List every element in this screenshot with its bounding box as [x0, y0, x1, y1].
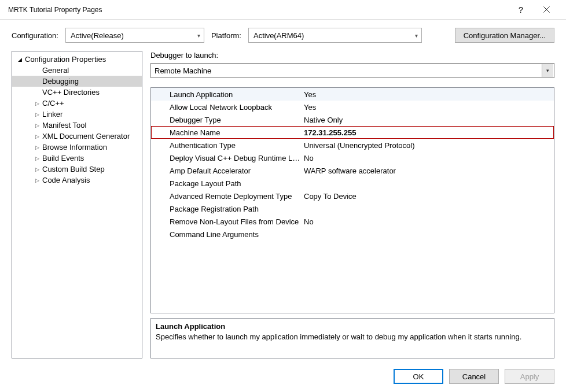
property-value[interactable]: Copy To Device [302, 192, 554, 201]
tree-item-label: Debugging [42, 77, 79, 86]
close-icon [543, 6, 550, 13]
tree-item-label: Code Analysis [42, 176, 90, 184]
tree-item-label: Linker [42, 110, 63, 119]
property-name: Launch Application [151, 90, 302, 99]
close-button[interactable] [534, 1, 559, 19]
tree-item-label: Custom Build Step [42, 165, 105, 173]
tree-panel[interactable]: Configuration Properties GeneralDebuggin… [12, 51, 142, 358]
configuration-manager-button[interactable]: Configuration Manager... [455, 28, 554, 43]
property-name: Remove Non-Layout Files from Device [151, 217, 302, 226]
titlebar: MRTK Tutorial Property Pages ? [0, 0, 566, 20]
chevron-down-icon: ▾ [197, 32, 200, 39]
tree-item-linker[interactable]: Linker [12, 109, 142, 120]
configuration-value: Active(Release) [71, 31, 124, 40]
caret-collapsed-icon[interactable] [33, 145, 41, 150]
property-value[interactable]: 172.31.255.255 [302, 128, 554, 137]
property-name: Debugger Type [151, 116, 302, 124]
caret-collapsed-icon[interactable] [33, 134, 41, 139]
property-row[interactable]: Allow Local Network LoopbackYes [151, 101, 554, 113]
debugger-to-launch-combo[interactable]: Remote Machine ▾ [150, 63, 554, 78]
tree-item-browse-information[interactable]: Browse Information [12, 142, 142, 153]
tree-item-debugging[interactable]: Debugging [12, 76, 142, 87]
tree-item-custom-build-step[interactable]: Custom Build Step [12, 164, 142, 175]
caret-open-icon[interactable] [16, 57, 24, 62]
property-value[interactable]: Yes [302, 90, 554, 99]
property-name: Command Line Arguments [151, 230, 302, 239]
property-value[interactable]: Universal (Unencrypted Protocol) [302, 141, 554, 150]
configuration-combo[interactable]: Active(Release) ▾ [65, 28, 204, 43]
caret-collapsed-icon[interactable] [33, 167, 41, 172]
property-row[interactable]: Advanced Remote Deployment TypeCopy To D… [151, 190, 554, 202]
property-value[interactable]: Native Only [302, 116, 554, 124]
chevron-down-icon[interactable]: ▾ [542, 64, 553, 77]
tree-item-general[interactable]: General [12, 65, 142, 76]
property-name: Package Layout Path [151, 179, 302, 188]
chevron-down-icon: ▾ [415, 32, 418, 39]
tree-item-xml-document-generator[interactable]: XML Document Generator [12, 131, 142, 142]
caret-collapsed-icon[interactable] [33, 112, 41, 117]
property-row[interactable]: Authentication TypeUniversal (Unencrypte… [151, 139, 554, 151]
debugger-to-launch-label: Debugger to launch: [150, 51, 554, 60]
tree-root-label: Configuration Properties [25, 55, 106, 64]
tree-item-label: Manifest Tool [42, 121, 86, 130]
debugger-to-launch-value: Remote Machine [155, 66, 211, 75]
tree-item-label: VC++ Directories [42, 88, 100, 97]
platform-value: Active(ARM64) [253, 31, 304, 40]
dialog-button-row: OK Cancel Apply [394, 369, 554, 384]
platform-combo[interactable]: Active(ARM64) ▾ [248, 28, 422, 43]
main-area: Configuration Properties GeneralDebuggin… [0, 51, 566, 358]
right-panel: Debugger to launch: Remote Machine ▾ Lau… [150, 51, 554, 358]
property-value[interactable]: WARP software accelerator [302, 167, 554, 175]
property-name: Machine Name [151, 128, 302, 137]
platform-label: Platform: [211, 31, 241, 40]
tree-item-label: C/C++ [42, 99, 64, 108]
property-name: Advanced Remote Deployment Type [151, 192, 302, 201]
tree-item-c-c-[interactable]: C/C++ [12, 98, 142, 109]
property-row[interactable]: Machine Name172.31.255.255 [151, 126, 554, 139]
ok-button[interactable]: OK [394, 369, 443, 384]
tree-item-label: Build Events [42, 154, 84, 162]
property-name: Package Registration Path [151, 205, 302, 213]
configuration-row: Configuration: Active(Release) ▾ Platfor… [0, 20, 566, 51]
description-title: Launch Application [156, 322, 549, 331]
property-name: Amp Default Accelerator [151, 167, 302, 175]
tree-root[interactable]: Configuration Properties [12, 54, 142, 65]
caret-collapsed-icon[interactable] [33, 101, 41, 106]
property-row[interactable]: Remove Non-Layout Files from DeviceNo [151, 215, 554, 228]
property-name: Authentication Type [151, 141, 302, 150]
tree-item-vc-directories[interactable]: VC++ Directories [12, 87, 142, 98]
property-row[interactable]: Package Layout Path [151, 177, 554, 190]
property-name: Allow Local Network Loopback [151, 103, 302, 112]
property-value[interactable]: No [302, 154, 554, 162]
property-row[interactable]: Amp Default AcceleratorWARP software acc… [151, 164, 554, 177]
property-name: Deploy Visual C++ Debug Runtime Librarie… [151, 154, 302, 162]
tree-item-label: General [42, 66, 69, 75]
window-title: MRTK Tutorial Property Pages [8, 6, 508, 14]
property-row[interactable]: Deploy Visual C++ Debug Runtime Librarie… [151, 151, 554, 164]
property-row[interactable]: Command Line Arguments [151, 228, 554, 241]
property-row[interactable]: Debugger TypeNative Only [151, 113, 554, 126]
cancel-button[interactable]: Cancel [449, 369, 499, 384]
description-box: Launch Application Specifies whether to … [150, 318, 554, 358]
caret-collapsed-icon[interactable] [33, 177, 41, 183]
caret-collapsed-icon[interactable] [33, 123, 41, 128]
description-text: Specifies whether to launch my applicati… [156, 332, 549, 342]
help-button[interactable]: ? [508, 1, 534, 19]
property-grid[interactable]: Launch ApplicationYesAllow Local Network… [151, 88, 554, 313]
caret-collapsed-icon[interactable] [33, 156, 41, 161]
configuration-label: Configuration: [12, 31, 58, 40]
property-value[interactable]: Yes [302, 103, 554, 112]
property-value[interactable]: No [302, 217, 554, 226]
property-grid-wrapper: Launch ApplicationYesAllow Local Network… [150, 87, 554, 313]
property-row[interactable]: Launch ApplicationYes [151, 88, 554, 101]
tree-item-label: XML Document Generator [42, 132, 130, 140]
apply-button[interactable]: Apply [505, 369, 554, 384]
tree-item-manifest-tool[interactable]: Manifest Tool [12, 120, 142, 131]
property-row[interactable]: Package Registration Path [151, 202, 554, 215]
tree-item-label: Browse Information [42, 143, 107, 151]
tree-item-code-analysis[interactable]: Code Analysis [12, 175, 142, 186]
tree-item-build-events[interactable]: Build Events [12, 153, 142, 164]
